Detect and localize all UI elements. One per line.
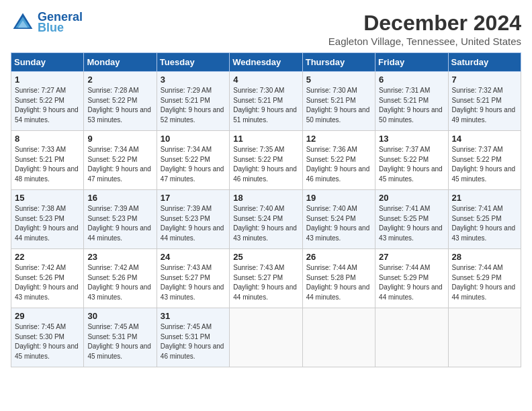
day-number: 27 [379, 252, 444, 262]
day-detail: Sunrise: 7:45 AM Sunset: 5:31 PM Dayligh… [87, 322, 152, 361]
day-detail: Sunrise: 7:39 AM Sunset: 5:23 PM Dayligh… [161, 204, 226, 243]
logo: General Blue [11, 11, 83, 35]
day-number: 5 [306, 75, 371, 85]
day-detail: Sunrise: 7:41 AM Sunset: 5:25 PM Dayligh… [452, 204, 517, 243]
day-cell-2: 2 Sunrise: 7:28 AM Sunset: 5:22 PM Dayli… [84, 72, 157, 131]
day-detail: Sunrise: 7:42 AM Sunset: 5:26 PM Dayligh… [87, 263, 152, 302]
day-detail: Sunrise: 7:41 AM Sunset: 5:25 PM Dayligh… [379, 204, 444, 243]
day-cell-20: 20 Sunrise: 7:41 AM Sunset: 5:25 PM Dayl… [375, 190, 448, 249]
day-number: 29 [15, 311, 80, 321]
day-cell-4: 4 Sunrise: 7:30 AM Sunset: 5:21 PM Dayli… [230, 72, 302, 131]
day-cell-27: 27 Sunrise: 7:44 AM Sunset: 5:29 PM Dayl… [375, 249, 448, 308]
day-number: 2 [87, 75, 152, 85]
day-detail: Sunrise: 7:44 AM Sunset: 5:29 PM Dayligh… [452, 263, 517, 302]
day-cell-6: 6 Sunrise: 7:31 AM Sunset: 5:21 PM Dayli… [375, 72, 448, 131]
day-number: 11 [233, 134, 298, 144]
day-number: 15 [15, 193, 80, 203]
day-detail: Sunrise: 7:44 AM Sunset: 5:29 PM Dayligh… [379, 263, 444, 302]
day-detail: Sunrise: 7:37 AM Sunset: 5:22 PM Dayligh… [379, 145, 444, 184]
header-cell-tuesday: Tuesday [157, 53, 229, 72]
week-row-5: 29 Sunrise: 7:45 AM Sunset: 5:30 PM Dayl… [11, 308, 521, 367]
day-cell-23: 23 Sunrise: 7:42 AM Sunset: 5:26 PM Dayl… [84, 249, 157, 308]
calendar-header: SundayMondayTuesdayWednesdayThursdayFrid… [11, 53, 521, 72]
day-number: 6 [379, 75, 444, 85]
day-cell-10: 10 Sunrise: 7:34 AM Sunset: 5:22 PM Dayl… [157, 131, 229, 190]
empty-cell [375, 308, 448, 367]
day-number: 3 [161, 75, 226, 85]
logo-text: General Blue [38, 11, 83, 35]
day-cell-25: 25 Sunrise: 7:43 AM Sunset: 5:27 PM Dayl… [230, 249, 302, 308]
day-number: 23 [87, 252, 152, 262]
day-cell-3: 3 Sunrise: 7:29 AM Sunset: 5:21 PM Dayli… [157, 72, 229, 131]
day-number: 7 [452, 75, 517, 85]
day-number: 10 [161, 134, 226, 144]
day-detail: Sunrise: 7:45 AM Sunset: 5:30 PM Dayligh… [15, 322, 80, 361]
day-number: 26 [306, 252, 371, 262]
week-row-3: 15 Sunrise: 7:38 AM Sunset: 5:23 PM Dayl… [11, 190, 521, 249]
week-row-1: 1 Sunrise: 7:27 AM Sunset: 5:22 PM Dayli… [11, 72, 521, 131]
day-number: 28 [452, 252, 517, 262]
header-row: SundayMondayTuesdayWednesdayThursdayFrid… [11, 53, 521, 72]
day-detail: Sunrise: 7:32 AM Sunset: 5:21 PM Dayligh… [452, 86, 517, 125]
empty-cell [448, 308, 521, 367]
day-number: 30 [87, 311, 152, 321]
day-detail: Sunrise: 7:33 AM Sunset: 5:21 PM Dayligh… [15, 145, 80, 184]
day-cell-31: 31 Sunrise: 7:45 AM Sunset: 5:31 PM Dayl… [157, 308, 229, 367]
header-cell-thursday: Thursday [302, 53, 375, 72]
day-cell-1: 1 Sunrise: 7:27 AM Sunset: 5:22 PM Dayli… [11, 72, 84, 131]
header-cell-monday: Monday [84, 53, 157, 72]
day-number: 12 [306, 134, 371, 144]
month-title: December 2024 [328, 11, 521, 36]
day-cell-14: 14 Sunrise: 7:37 AM Sunset: 5:22 PM Dayl… [448, 131, 521, 190]
day-cell-22: 22 Sunrise: 7:42 AM Sunset: 5:26 PM Dayl… [11, 249, 84, 308]
header-cell-wednesday: Wednesday [230, 53, 302, 72]
day-number: 9 [87, 134, 152, 144]
day-cell-15: 15 Sunrise: 7:38 AM Sunset: 5:23 PM Dayl… [11, 190, 84, 249]
header-cell-sunday: Sunday [11, 53, 84, 72]
day-detail: Sunrise: 7:36 AM Sunset: 5:22 PM Dayligh… [306, 145, 371, 184]
day-detail: Sunrise: 7:30 AM Sunset: 5:21 PM Dayligh… [233, 86, 298, 125]
day-detail: Sunrise: 7:40 AM Sunset: 5:24 PM Dayligh… [306, 204, 371, 243]
day-cell-18: 18 Sunrise: 7:40 AM Sunset: 5:24 PM Dayl… [230, 190, 302, 249]
title-block: December 2024 Eagleton Village, Tennesse… [328, 11, 521, 47]
page-header: General Blue December 2024 Eagleton Vill… [11, 11, 521, 47]
day-number: 14 [452, 134, 517, 144]
day-detail: Sunrise: 7:34 AM Sunset: 5:22 PM Dayligh… [87, 145, 152, 184]
day-detail: Sunrise: 7:45 AM Sunset: 5:31 PM Dayligh… [161, 322, 226, 361]
calendar-body: 1 Sunrise: 7:27 AM Sunset: 5:22 PM Dayli… [11, 72, 521, 367]
day-detail: Sunrise: 7:27 AM Sunset: 5:22 PM Dayligh… [15, 86, 80, 125]
day-cell-28: 28 Sunrise: 7:44 AM Sunset: 5:29 PM Dayl… [448, 249, 521, 308]
day-number: 13 [379, 134, 444, 144]
day-cell-11: 11 Sunrise: 7:35 AM Sunset: 5:22 PM Dayl… [230, 131, 302, 190]
day-cell-19: 19 Sunrise: 7:40 AM Sunset: 5:24 PM Dayl… [302, 190, 375, 249]
day-cell-30: 30 Sunrise: 7:45 AM Sunset: 5:31 PM Dayl… [84, 308, 157, 367]
day-detail: Sunrise: 7:29 AM Sunset: 5:21 PM Dayligh… [161, 86, 226, 125]
header-cell-saturday: Saturday [448, 53, 521, 72]
day-number: 16 [87, 193, 152, 203]
location: Eagleton Village, Tennessee, United Stat… [328, 36, 521, 47]
day-number: 31 [161, 311, 226, 321]
day-cell-12: 12 Sunrise: 7:36 AM Sunset: 5:22 PM Dayl… [302, 131, 375, 190]
day-number: 1 [15, 75, 80, 85]
logo-icon [11, 11, 35, 35]
day-cell-24: 24 Sunrise: 7:43 AM Sunset: 5:27 PM Dayl… [157, 249, 229, 308]
day-cell-17: 17 Sunrise: 7:39 AM Sunset: 5:23 PM Dayl… [157, 190, 229, 249]
day-cell-16: 16 Sunrise: 7:39 AM Sunset: 5:23 PM Dayl… [84, 190, 157, 249]
day-cell-5: 5 Sunrise: 7:30 AM Sunset: 5:21 PM Dayli… [302, 72, 375, 131]
day-detail: Sunrise: 7:34 AM Sunset: 5:22 PM Dayligh… [161, 145, 226, 184]
day-detail: Sunrise: 7:43 AM Sunset: 5:27 PM Dayligh… [161, 263, 226, 302]
day-number: 20 [379, 193, 444, 203]
day-detail: Sunrise: 7:39 AM Sunset: 5:23 PM Dayligh… [87, 204, 152, 243]
header-cell-friday: Friday [375, 53, 448, 72]
day-detail: Sunrise: 7:38 AM Sunset: 5:23 PM Dayligh… [15, 204, 80, 243]
day-number: 25 [233, 252, 298, 262]
week-row-2: 8 Sunrise: 7:33 AM Sunset: 5:21 PM Dayli… [11, 131, 521, 190]
day-number: 18 [233, 193, 298, 203]
day-cell-13: 13 Sunrise: 7:37 AM Sunset: 5:22 PM Dayl… [375, 131, 448, 190]
day-cell-26: 26 Sunrise: 7:44 AM Sunset: 5:28 PM Dayl… [302, 249, 375, 308]
day-number: 21 [452, 193, 517, 203]
day-detail: Sunrise: 7:42 AM Sunset: 5:26 PM Dayligh… [15, 263, 80, 302]
day-detail: Sunrise: 7:30 AM Sunset: 5:21 PM Dayligh… [306, 86, 371, 125]
day-number: 22 [15, 252, 80, 262]
day-detail: Sunrise: 7:37 AM Sunset: 5:22 PM Dayligh… [452, 145, 517, 184]
